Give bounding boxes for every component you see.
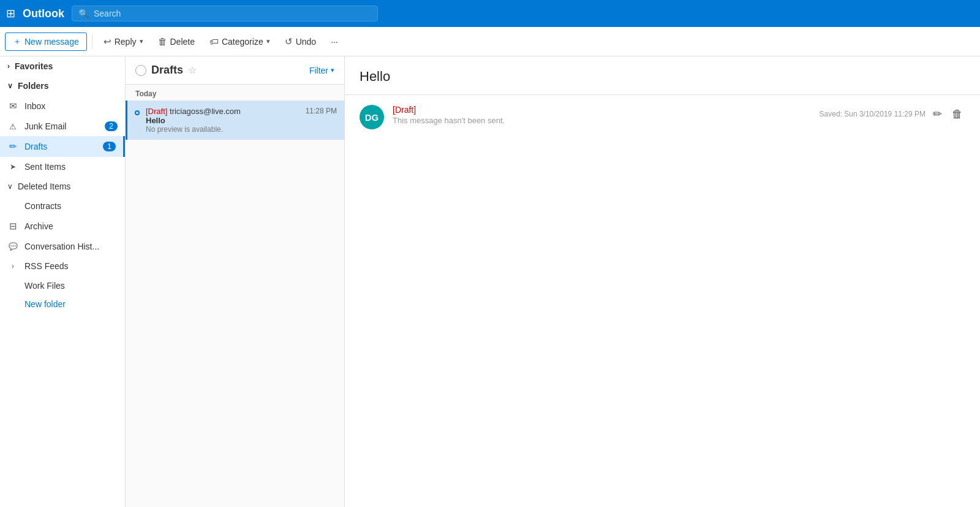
sent-icon: ➤: [7, 162, 18, 171]
toolbar: ＋ New message ↩ Reply ▾ 🗑 Delete 🏷 Categ…: [0, 27, 980, 56]
categorize-icon: 🏷: [209, 36, 219, 47]
sidebar-item-junk[interactable]: ⚠ Junk Email 2: [0, 116, 125, 136]
reading-pane-header: Hello: [345, 56, 980, 95]
drafts-label: Drafts: [24, 142, 97, 151]
reading-pane: Hello DG [Draft] This message hasn't bee…: [345, 56, 980, 507]
sidebar-item-workfiles[interactable]: Work Files: [0, 276, 125, 295]
email-subject: Hello: [146, 116, 300, 125]
unread-indicator: [135, 110, 140, 115]
draft-label-badge: [Draft]: [146, 107, 167, 116]
archive-icon: ⊟: [7, 221, 18, 232]
edit-draft-button[interactable]: ✏: [930, 105, 944, 123]
sender-address: triciagoss@live.com: [170, 107, 241, 116]
reply-button[interactable]: ↩ Reply ▾: [97, 33, 149, 50]
workfiles-label: Work Files: [24, 281, 118, 291]
categorize-dropdown-icon: ▾: [266, 37, 270, 45]
chevron-down-icon2: ∨: [7, 182, 13, 191]
delete-draft-button[interactable]: 🗑: [949, 105, 965, 123]
select-all-check[interactable]: [135, 65, 146, 76]
sidebar: › Favorites ∨ Folders ✉ Inbox ⚠ Junk Ema…: [0, 56, 126, 507]
new-message-button[interactable]: ＋ New message: [5, 32, 87, 51]
grid-icon[interactable]: ⊞: [6, 7, 15, 20]
app-title: Outlook: [23, 7, 64, 20]
chevron-down-icon: ∨: [7, 82, 13, 90]
junk-icon: ⚠: [7, 122, 18, 131]
sidebar-item-convhist[interactable]: 💬 Conversation Hist...: [0, 237, 125, 256]
delete-button[interactable]: 🗑 Delete: [152, 33, 201, 50]
message-saved: Saved: Sun 3/10/2019 11:29 PM: [820, 110, 925, 118]
top-bar: ⊞ Outlook 🔍: [0, 0, 980, 27]
date-group: Today: [126, 85, 344, 101]
rss-label: RSS Feeds: [24, 261, 118, 271]
email-sender: [Draft] triciagoss@live.com: [146, 107, 300, 116]
junk-label: Junk Email: [24, 121, 99, 131]
categorize-button[interactable]: 🏷 Categorize ▾: [203, 33, 276, 50]
search-input[interactable]: [94, 9, 371, 18]
inbox-icon: ✉: [7, 101, 18, 112]
divider: [92, 34, 92, 49]
sidebar-item-archive[interactable]: ⊟ Archive: [0, 216, 125, 237]
avatar: DG: [360, 105, 384, 129]
convhist-icon: 💬: [7, 242, 18, 251]
rss-chevron-icon: ›: [7, 262, 18, 270]
message-draft-label: [Draft]: [393, 105, 811, 115]
new-message-label: New message: [24, 37, 79, 47]
main-layout: › Favorites ∨ Folders ✉ Inbox ⚠ Junk Ema…: [0, 56, 980, 507]
star-icon[interactable]: ☆: [188, 64, 197, 76]
folder-title: Drafts: [151, 64, 183, 77]
reply-icon: ↩: [104, 36, 111, 47]
sidebar-item-contracts[interactable]: Contracts: [0, 196, 125, 216]
more-button[interactable]: ···: [325, 34, 344, 50]
filter-button[interactable]: Filter ▾: [309, 66, 334, 75]
email-time: 11:28 PM: [306, 107, 337, 115]
sidebar-item-sent[interactable]: ➤ Sent Items: [0, 157, 125, 177]
deleted-label: Deleted Items: [18, 181, 70, 191]
email-list: Drafts ☆ Filter ▾ Today [Draft] triciago…: [126, 56, 345, 507]
email-content: [Draft] triciagoss@live.com Hello No pre…: [146, 107, 300, 134]
favorites-label: Favorites: [15, 61, 53, 71]
filter-label: Filter: [309, 66, 328, 75]
plus-icon: ＋: [13, 36, 21, 47]
sidebar-group-folders[interactable]: ∨ Folders: [0, 76, 125, 96]
message-not-sent: This message hasn't been sent.: [393, 116, 811, 125]
undo-icon: ↺: [285, 36, 293, 47]
reading-title: Hello: [360, 69, 965, 85]
email-preview: No preview is available.: [146, 125, 300, 134]
undo-button[interactable]: ↺ Undo: [279, 33, 322, 50]
folders-label: Folders: [18, 81, 49, 91]
sidebar-item-inbox[interactable]: ✉ Inbox: [0, 96, 125, 116]
junk-badge: 2: [105, 121, 118, 131]
email-item[interactable]: [Draft] triciagoss@live.com Hello No pre…: [126, 101, 344, 140]
new-folder-link[interactable]: New folder: [0, 295, 125, 313]
search-icon: 🔍: [78, 9, 89, 18]
message-card: DG [Draft] This message hasn't been sent…: [345, 95, 980, 139]
new-folder-label: New folder: [24, 299, 66, 309]
reply-dropdown-icon[interactable]: ▾: [140, 37, 143, 45]
message-actions: Saved: Sun 3/10/2019 11:29 PM ✏ 🗑: [820, 105, 965, 123]
drafts-icon: ✏: [7, 141, 18, 152]
delete-icon: 🗑: [158, 36, 167, 47]
email-list-header: Drafts ☆ Filter ▾: [126, 56, 344, 85]
sidebar-item-deleted[interactable]: ∨ Deleted Items: [0, 177, 125, 196]
more-label: ···: [331, 37, 338, 47]
delete-label: Delete: [170, 37, 195, 47]
convhist-label: Conversation Hist...: [24, 242, 118, 251]
sent-label: Sent Items: [24, 162, 118, 172]
chevron-right-icon: ›: [7, 62, 10, 71]
message-meta: [Draft] This message hasn't been sent.: [393, 105, 811, 125]
reply-label: Reply: [115, 37, 137, 47]
drafts-badge: 1: [103, 142, 116, 151]
undo-label: Undo: [296, 37, 316, 47]
sidebar-item-drafts[interactable]: ✏ Drafts 1: [0, 136, 125, 157]
inbox-label: Inbox: [24, 101, 118, 111]
filter-chevron-icon: ▾: [331, 66, 334, 74]
sidebar-group-favorites[interactable]: › Favorites: [0, 56, 125, 76]
search-box: 🔍: [72, 6, 378, 21]
contracts-label: Contracts: [24, 201, 118, 211]
sidebar-item-rss[interactable]: › RSS Feeds: [0, 256, 125, 276]
categorize-label: Categorize: [222, 37, 263, 47]
archive-label: Archive: [24, 221, 118, 231]
